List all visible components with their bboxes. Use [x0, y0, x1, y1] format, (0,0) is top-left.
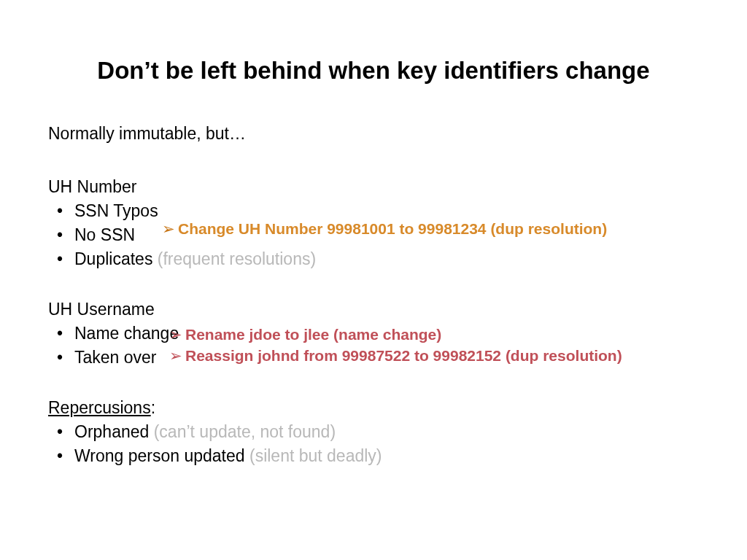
callout-change-uh-number: ➢Change UH Number 99981001 to 99981234 (… — [162, 218, 607, 239]
callout-text: Rename jdoe to jlee (name change) — [185, 326, 441, 343]
list-item-label: No SSN — [74, 225, 135, 244]
list-item-muted: (silent but deadly) — [245, 446, 382, 465]
list-item-muted: (can’t update, not found) — [149, 422, 336, 441]
list-item: Duplicates (frequent resolutions) — [48, 248, 427, 271]
callout-text: Reassign johnd from 99987522 to 99982152… — [185, 347, 622, 364]
arrow-icon: ➢ — [169, 345, 185, 366]
list-item-label: Name change — [74, 324, 179, 343]
list-item-label: Duplicates — [74, 249, 152, 268]
callout-text: Change UH Number 99981001 to 99981234 (d… — [178, 220, 607, 237]
section-head-uh-username: UH Username — [48, 298, 427, 321]
body-column: Normally immutable, but… UH Number SSN T… — [48, 122, 427, 496]
intro-text: Normally immutable, but… — [48, 122, 427, 145]
repercussions-list: Orphaned (can’t update, not found) Wrong… — [48, 421, 427, 467]
arrow-icon: ➢ — [169, 324, 185, 345]
list-item-label: SSN Typos — [74, 201, 158, 220]
section-head-repercussions: Repercusions — [48, 398, 151, 417]
list-item-label: Taken over — [74, 348, 157, 367]
slide-title: Don’t be left behind when key identifier… — [0, 57, 747, 85]
list-item-label: Wrong person updated — [74, 446, 245, 465]
arrow-icon: ➢ — [162, 218, 178, 239]
section-head-tail: : — [151, 398, 155, 417]
list-item: Orphaned (can’t update, not found) — [48, 421, 427, 443]
callout-rename: ➢Rename jdoe to jlee (name change) — [169, 324, 441, 345]
section-head-uh-number: UH Number — [48, 176, 427, 198]
list-item-muted: (frequent resolutions) — [152, 249, 316, 268]
callout-reassign: ➢Reassign johnd from 99987522 to 9998215… — [169, 345, 622, 366]
slide: Don’t be left behind when key identifier… — [0, 0, 747, 560]
list-item: Wrong person updated (silent but deadly) — [48, 445, 427, 467]
list-item-label: Orphaned — [74, 422, 149, 441]
